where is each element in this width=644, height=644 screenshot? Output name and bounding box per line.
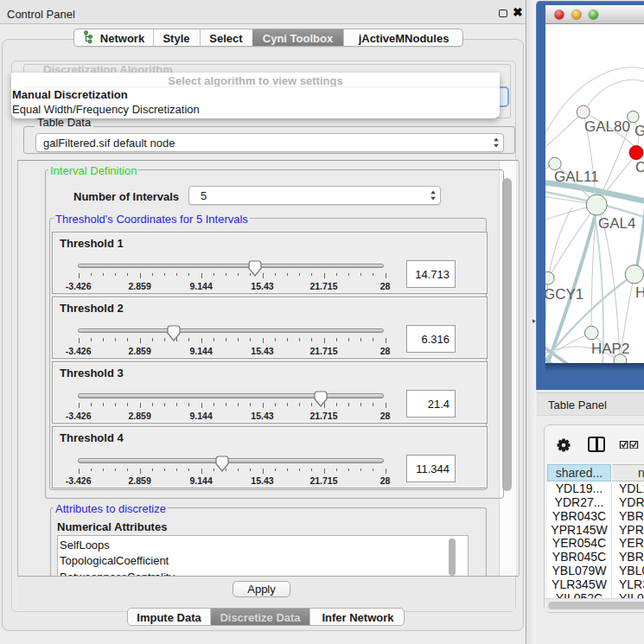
svg-text:HAP2: HAP2 bbox=[591, 341, 629, 357]
svg-text:H: H bbox=[635, 284, 644, 301]
svg-text:GA: GA bbox=[634, 123, 644, 139]
svg-text:GAL4: GAL4 bbox=[598, 215, 635, 232]
svg-text:C: C bbox=[635, 159, 644, 175]
svg-text:GCY1: GCY1 bbox=[545, 286, 583, 303]
svg-text:GAL80: GAL80 bbox=[584, 118, 630, 135]
svg-text:GAL11: GAL11 bbox=[554, 169, 599, 185]
